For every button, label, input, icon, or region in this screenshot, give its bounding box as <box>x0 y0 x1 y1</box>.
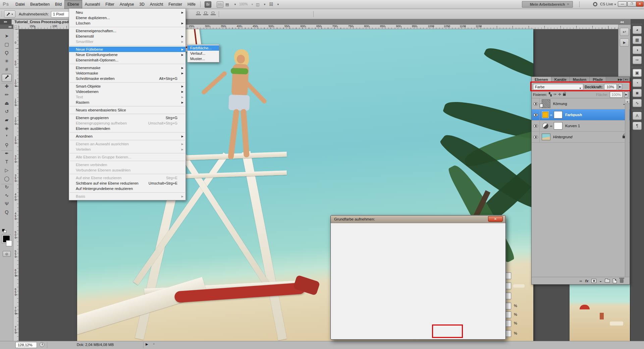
close-button[interactable]: ✕ <box>636 1 644 7</box>
menubar-item-bild[interactable]: Bild <box>52 0 64 9</box>
color-panel-icon[interactable]: ◕ <box>633 26 642 34</box>
panel-collapse-chevrons[interactable]: ▶▶ <box>0 19 11 24</box>
adjustments-panel-icon[interactable]: ◑ <box>633 46 642 54</box>
chevron-down-icon[interactable]: ▼ <box>614 3 616 6</box>
menubar-item-ebene[interactable]: Ebene <box>64 0 82 9</box>
layer-name[interactable]: Kurven 1 <box>565 124 580 128</box>
add-mask-icon[interactable] <box>591 279 596 283</box>
new-layer-icon[interactable] <box>613 279 617 283</box>
layer-name[interactable]: Farbpush <box>565 113 582 117</box>
mini-bridge-button[interactable]: Mb <box>217 1 223 8</box>
menubar-item-ansicht[interactable]: Ansicht <box>147 0 166 9</box>
tab-kanaele[interactable]: Kanäle <box>551 77 570 82</box>
chevron-down-icon[interactable]: ▼ <box>234 3 236 6</box>
submenu-item-verlauf[interactable]: Verlauf... <box>187 51 219 56</box>
scroll-up-icon[interactable]: ▲ <box>625 99 630 104</box>
options-bar-grip[interactable] <box>1 11 2 17</box>
submenu-item-farbfläche[interactable]: Farbfläche... <box>187 45 219 51</box>
menu-item-auf-hintergrundebene-reduzieren[interactable]: Auf Hintergrundebene reduzieren <box>69 186 185 191</box>
delete-layer-icon[interactable] <box>620 279 624 283</box>
history-brush-tool[interactable]: ↺ <box>0 107 13 116</box>
status-options-arrow[interactable]: ▶ <box>146 342 148 346</box>
guides-icon[interactable]: ▤ <box>225 2 229 7</box>
layer-row-kurven[interactable]: ∞ Kurven 1 <box>532 120 630 132</box>
menu-item-rastern[interactable]: Rastern▶ <box>69 100 185 105</box>
tab-masken[interactable]: Masken <box>570 77 590 82</box>
menu-item-ebene-duplizieren[interactable]: Ebene duplizieren... <box>69 15 185 20</box>
zoom-percentage-field[interactable]: 128,12% <box>15 342 37 348</box>
sample-layers-icon[interactable] <box>203 12 208 16</box>
brush-presets-panel-icon[interactable]: ✑ <box>633 56 642 64</box>
menu-item-schnittmaske-erstellen[interactable]: Schnittmaske erstellenAlt+Strg+G <box>69 76 185 81</box>
paths-panel-icon[interactable]: ∿ <box>633 99 642 107</box>
arrange-documents-icon[interactable]: ◫ <box>256 2 259 7</box>
eraser-tool[interactable]: ▰ <box>0 116 13 124</box>
masks-panel-icon[interactable]: ◙ <box>633 89 642 97</box>
history-panel-icon[interactable]: ↩ <box>620 28 629 36</box>
lock-transparency-icon[interactable]: ▚ <box>549 92 551 97</box>
lock-all-icon[interactable] <box>563 93 566 96</box>
character-panel-icon[interactable]: A <box>633 112 642 120</box>
dialog-close-button[interactable]: ✕ <box>488 216 503 222</box>
menu-item-löschen[interactable]: Löschen▶ <box>69 20 185 26</box>
visibility-toggle[interactable] <box>532 132 540 142</box>
panel-menu-icon[interactable]: ▶▶ | ▾≡ <box>618 77 630 82</box>
lock-pixels-icon[interactable]: ✑ <box>553 92 556 97</box>
menu-item-ebeneneigenschaften[interactable]: Ebeneneigenschaften... <box>69 28 185 34</box>
collapse-chevrons-icon[interactable]: ◀◀ <box>620 20 623 23</box>
visibility-toggle[interactable] <box>532 109 540 120</box>
default-colors-icon[interactable] <box>2 229 7 233</box>
menu-item-ebeneninhalt-optionen[interactable]: Ebeneninhalt-Optionen... <box>69 57 185 63</box>
layer-row-hintergrund[interactable]: Hintergrund <box>532 132 630 143</box>
menu-item-ebenenmaske[interactable]: Ebenenmaske▶ <box>69 65 185 70</box>
layer-name[interactable]: Hintergrund <box>553 135 572 139</box>
tab-ebenen[interactable]: Ebenen <box>532 77 551 82</box>
dodge-tool[interactable]: ⚲ <box>0 141 13 149</box>
layers-scrollbar[interactable]: ▲ <box>625 99 629 278</box>
ruler-origin-corner[interactable] <box>13 24 19 29</box>
path-selection-tool[interactable]: ▷ <box>0 166 13 174</box>
menubar-item-auswahl[interactable]: Auswahl <box>82 0 103 9</box>
layer-mask-thumbnail[interactable] <box>554 122 562 130</box>
restore-button[interactable]: ❐ <box>627 1 636 7</box>
menubar-item-bearbeiten[interactable]: Bearbeiten <box>28 0 52 9</box>
menu-item-ebenenstil[interactable]: Ebenenstil▶ <box>69 34 185 39</box>
hand-tool[interactable]: Ψ <box>0 200 13 208</box>
dialog-title[interactable]: Grundfarbe aufnehmen: <box>331 215 505 223</box>
layer-style-icon[interactable]: fx <box>585 279 589 283</box>
fill-spinner[interactable]: ▶ <box>624 92 628 98</box>
layer-mask-thumbnail[interactable] <box>554 111 562 118</box>
bridge-button[interactable]: Br <box>205 1 211 8</box>
menu-item-neue-einstellungsebene[interactable]: Neue Einstellungsebene▶ <box>69 52 185 57</box>
menu-item-vektormaske[interactable]: Vektormaske▶ <box>69 70 185 76</box>
link-layers-icon[interactable]: ∞ <box>580 279 582 283</box>
menubar-item-fenster[interactable]: Fenster <box>166 0 185 9</box>
menu-item-videoebenen[interactable]: Videoebenen▶ <box>69 89 185 94</box>
menu-item-sichtbare-auf-eine-ebene-reduzieren[interactable]: Sichtbare auf eine Ebene reduzierenUmsch… <box>69 181 185 186</box>
curves-adjustment-icon[interactable] <box>542 123 548 129</box>
menu-item-ebenen-ausblenden[interactable]: Ebenen ausblenden <box>69 126 185 131</box>
eyedropper-tool[interactable] <box>2 74 12 82</box>
menubar-item-filter[interactable]: Filter <box>103 0 117 9</box>
menubar-item-analyse[interactable]: Analyse <box>117 0 137 9</box>
actions-panel-icon[interactable]: ▶ <box>620 39 629 47</box>
type-tool[interactable]: T <box>0 158 13 166</box>
chevron-down-icon[interactable]: ▼ <box>277 3 279 6</box>
brush-tool[interactable]: ✏ <box>0 91 13 99</box>
lasso-tool[interactable]: Ϙ <box>0 49 13 57</box>
workspace-button[interactable]: Mein Arbeitsbereich <box>522 1 573 8</box>
new-group-icon[interactable] <box>605 279 610 283</box>
tab-pfade[interactable]: Pfade <box>590 77 606 82</box>
visibility-toggle[interactable] <box>532 98 540 109</box>
opacity-spinner[interactable]: ▶ <box>618 84 622 90</box>
shape-tool[interactable]: ◯ <box>0 174 13 183</box>
visibility-toggle[interactable] <box>532 120 540 131</box>
scroll-left-icon[interactable]: ◂ <box>153 342 154 345</box>
crop-tool[interactable]: # <box>0 65 13 74</box>
menu-item-anordnen[interactable]: Anordnen▶ <box>69 134 185 139</box>
screen-mode-icon[interactable]: 回 <box>269 2 273 7</box>
menu-item-ebenen-gruppieren[interactable]: Ebenen gruppierenStrg+G <box>69 115 185 120</box>
show-sampling-ring-icon[interactable] <box>196 12 201 16</box>
layer-thumbnail[interactable] <box>542 134 550 140</box>
minimize-button[interactable]: — <box>618 1 627 7</box>
